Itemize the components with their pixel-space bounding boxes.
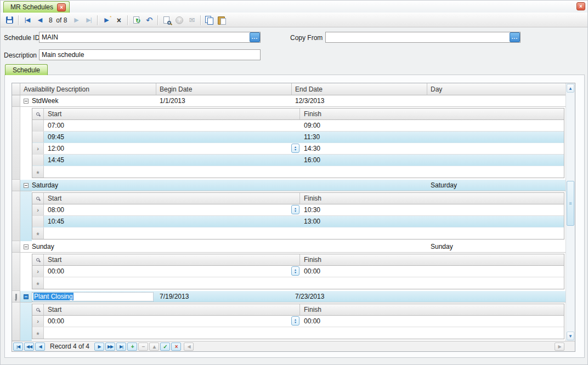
navigator-last-button[interactable]: ▶|: [116, 343, 126, 351]
paste-button[interactable]: [216, 14, 228, 26]
cell-availability[interactable]: StdWeek: [20, 95, 156, 106]
cell-availability-editing[interactable]: Plant Closing: [20, 291, 156, 302]
cell-end-date[interactable]: 12/3/2013: [292, 95, 427, 106]
navigator-append-button[interactable]: +: [127, 343, 137, 351]
save-button[interactable]: [3, 14, 16, 26]
cell-end-date[interactable]: 7/23/2013: [292, 291, 427, 302]
column-header-start[interactable]: Start: [44, 109, 300, 120]
cell-day[interactable]: Saturday: [427, 180, 566, 191]
master-row-sunday[interactable]: Sunday Sunday: [12, 241, 566, 253]
master-row-stdweek[interactable]: StdWeek 1/1/2013 12/3/2013: [12, 95, 566, 107]
column-header-begin-date[interactable]: Begin Date: [156, 83, 292, 95]
vertical-scrollbar[interactable]: ▲ ≡ ▼: [566, 83, 575, 341]
cell-start[interactable]: 10:45: [44, 216, 300, 227]
column-header-end-date[interactable]: End Date: [292, 83, 427, 95]
navigator-first-button[interactable]: |◀: [13, 343, 23, 351]
cell-start[interactable]: 09:45: [44, 132, 300, 142]
description-input[interactable]: [39, 50, 260, 60]
master-row-plant-closing[interactable]: Plant Closing 7/19/2013 7/23/2013: [12, 291, 566, 303]
detail-row[interactable]: 10:45 13:00: [32, 216, 564, 227]
navigator-next-button[interactable]: ▶: [94, 343, 104, 351]
detail-search-cell[interactable]: [32, 254, 44, 266]
cell-start[interactable]: 08:00 ▴▾: [44, 204, 300, 215]
detail-search-cell[interactable]: [32, 304, 44, 316]
print-preview-button[interactable]: [160, 14, 173, 26]
previous-record-button[interactable]: ◀: [33, 14, 46, 26]
cell-availability[interactable]: Saturday: [20, 180, 156, 191]
delete-record-button[interactable]: ×: [112, 14, 125, 26]
availability-inline-editor[interactable]: Plant Closing: [32, 292, 154, 301]
copy-from-input[interactable]: [326, 32, 510, 42]
column-header-start[interactable]: Start: [44, 254, 300, 266]
cell-start[interactable]: 14:45: [44, 155, 300, 166]
next-record-button[interactable]: ▶: [70, 14, 82, 26]
scroll-up-icon[interactable]: ▲: [567, 84, 574, 93]
navigator-edit-button[interactable]: ▲: [149, 343, 159, 351]
cell-start[interactable]: [44, 327, 300, 339]
navigator-cancel-edit-button[interactable]: ×: [171, 343, 181, 351]
new-item-row[interactable]: *: [32, 227, 564, 239]
cell-finish[interactable]: [300, 166, 564, 178]
detail-row-focused[interactable]: › 08:00 ▴▾ 10:30: [32, 204, 564, 216]
cell-begin-date[interactable]: 7/19/2013: [156, 291, 292, 302]
tab-schedule[interactable]: Schedule: [5, 64, 48, 75]
column-header-finish[interactable]: Finish: [300, 254, 564, 266]
new-item-row[interactable]: *: [32, 277, 564, 289]
cell-finish[interactable]: 10:30: [300, 204, 564, 215]
detail-row-focused[interactable]: › 00:00 ▴▾ 00:00: [32, 316, 564, 327]
cell-day[interactable]: [427, 95, 566, 106]
column-header-start[interactable]: Start: [44, 304, 300, 316]
column-header-finish[interactable]: Finish: [300, 304, 564, 316]
cell-finish[interactable]: 16:00: [300, 155, 564, 166]
cell-finish[interactable]: 00:00: [300, 266, 564, 277]
hscroll-left-icon[interactable]: ◀: [184, 343, 194, 351]
cell-begin-date[interactable]: [156, 241, 292, 252]
navigator-prev-page-button[interactable]: ◀◀: [24, 343, 34, 351]
cell-finish[interactable]: 14:30: [300, 143, 564, 154]
cell-begin-date[interactable]: 1/1/2013: [156, 95, 292, 106]
detail-row-focused[interactable]: › 12:00 ▴▾ 14:30: [32, 143, 564, 155]
detail-row[interactable]: 14:45 16:00: [32, 155, 564, 166]
navigator-end-edit-button[interactable]: ✓: [160, 343, 170, 351]
time-spin-button[interactable]: ▴▾: [291, 316, 299, 326]
cell-end-date[interactable]: [292, 241, 427, 252]
hscroll-right-icon[interactable]: ▶: [555, 343, 564, 351]
first-record-button[interactable]: |◀: [21, 14, 33, 26]
cell-finish[interactable]: [300, 327, 564, 339]
collapse-icon[interactable]: [24, 99, 29, 104]
collapse-icon[interactable]: [24, 244, 29, 249]
column-header-finish[interactable]: Finish: [300, 109, 564, 120]
cell-begin-date[interactable]: [156, 180, 292, 191]
tab-mr-schedules[interactable]: MR Schedules ×: [3, 1, 70, 13]
time-spin-button[interactable]: ▴▾: [291, 266, 299, 276]
cell-start[interactable]: 00:00 ▴▾: [44, 266, 300, 277]
navigator-next-page-button[interactable]: ▶▶: [105, 343, 115, 351]
collapse-icon[interactable]: [24, 183, 29, 188]
column-header-start[interactable]: Start: [44, 193, 300, 204]
cell-start[interactable]: [44, 166, 300, 178]
cell-availability[interactable]: Sunday: [20, 241, 156, 252]
cell-finish[interactable]: [300, 227, 564, 239]
schedule-id-input[interactable]: [39, 32, 250, 42]
schedule-id-lookup-button[interactable]: ...: [250, 32, 260, 42]
new-record-button[interactable]: ▶ *: [100, 14, 112, 26]
last-record-button[interactable]: ▶|: [82, 14, 95, 26]
cell-finish[interactable]: 11:30: [300, 132, 564, 142]
navigator-delete-button[interactable]: −: [138, 343, 148, 351]
email-button[interactable]: ✉: [185, 14, 198, 26]
detail-search-cell[interactable]: [32, 193, 44, 204]
tab-close-icon[interactable]: ×: [57, 3, 66, 12]
time-spin-button[interactable]: ▴▾: [291, 205, 299, 214]
refresh-button[interactable]: ↻: [130, 14, 143, 26]
vertical-scroll-thumb[interactable]: ≡: [567, 181, 574, 226]
cell-start[interactable]: 00:00 ▴▾: [44, 316, 300, 327]
help-button[interactable]: ?: [173, 14, 185, 26]
detail-row-focused[interactable]: › 00:00 ▴▾ 00:00: [32, 266, 564, 277]
cell-day[interactable]: Sunday: [427, 241, 566, 252]
collapse-icon[interactable]: [24, 294, 29, 299]
detail-row[interactable]: 09:45 11:30: [32, 132, 564, 143]
detail-search-cell[interactable]: [32, 109, 44, 120]
cell-finish[interactable]: 13:00: [300, 216, 564, 227]
new-item-row[interactable]: *: [32, 327, 564, 339]
copy-from-lookup-button[interactable]: ...: [510, 32, 520, 42]
